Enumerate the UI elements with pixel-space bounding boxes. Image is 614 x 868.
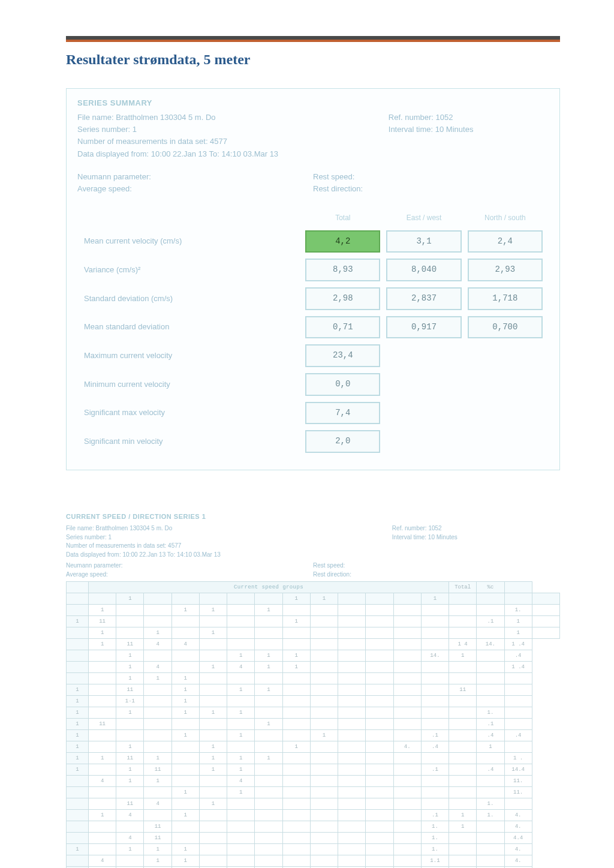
matrix-cell: 1 <box>282 616 310 627</box>
matrix-cell <box>477 684 504 696</box>
matrix-cell <box>282 810 310 821</box>
matrix-cell: 1 <box>199 662 227 673</box>
matrix-cell <box>282 707 310 719</box>
stats-row-label: Significant max velocity <box>83 402 299 425</box>
matrix-cell <box>144 605 171 616</box>
matrix-cell <box>366 627 393 639</box>
matrix-row: 1111.1 <box>67 719 560 730</box>
matrix-cell: 1 <box>227 764 255 776</box>
matrix-col-head <box>144 593 171 605</box>
matrix-cell <box>338 662 366 673</box>
matrix-cell <box>449 627 477 639</box>
matrix-cell <box>199 650 227 662</box>
matrix-cell <box>338 639 366 650</box>
matrix-cell: 11 <box>144 764 171 776</box>
matrix-col-head <box>338 593 366 605</box>
matrix-cell: 1 <box>227 730 255 741</box>
matrix-row: 111111111 . <box>67 753 560 764</box>
matrix-cell: 1 <box>67 696 89 707</box>
matrix-cell <box>171 821 199 833</box>
matrix-cell <box>116 627 144 639</box>
matrix-cell: 4 <box>116 833 144 844</box>
matrix-cell: 1 <box>199 627 227 639</box>
matrix-cell <box>310 684 338 696</box>
matrix-cell: 14. <box>477 639 504 650</box>
matrix-cell: 1 <box>67 764 89 776</box>
matrix-cell <box>504 741 532 753</box>
matrix-cell <box>366 605 393 616</box>
matrix-cell: 1 <box>67 753 89 764</box>
matrix-cell: .4 <box>477 764 504 776</box>
stats-cell <box>468 430 543 453</box>
matrix-cell <box>89 787 116 798</box>
matrix-cell <box>227 833 255 844</box>
matrix-row: 111.14. <box>67 821 560 833</box>
matrix-cell <box>227 844 255 855</box>
matrix-cell <box>116 855 144 867</box>
matrix-cell: 14.4 <box>504 764 532 776</box>
matrix-cell: 1 <box>477 741 504 753</box>
matrix-cell <box>338 684 366 696</box>
stats-cell <box>386 430 461 453</box>
stats-cell: 8,93 <box>305 259 380 281</box>
matrix-cell <box>366 764 393 776</box>
matrix-cell: 1 <box>255 753 282 764</box>
matrix-cell: 1 <box>504 627 532 639</box>
matrix-cell: 1 <box>116 650 144 662</box>
matrix-cell <box>67 787 89 798</box>
matrix-col-head <box>477 593 504 605</box>
matrix-cell: 1 <box>282 741 310 753</box>
matrix-cell <box>449 844 477 855</box>
matrix-cell <box>144 787 171 798</box>
matrix-cell <box>338 833 366 844</box>
matrix-cell <box>504 707 532 719</box>
matrix-cell: 1. <box>421 833 449 844</box>
matrix-cell: 1 <box>171 787 199 798</box>
matrix-cell <box>421 684 449 696</box>
matrix-row: 11111. <box>67 605 560 616</box>
matrix-row: 411411. <box>67 776 560 787</box>
matrix-cell <box>310 821 338 833</box>
matrix-cell <box>421 707 449 719</box>
matrix-cell: 1 <box>67 730 89 741</box>
matrix-cell <box>449 776 477 787</box>
stats-row-label: Standard deviation (cm/s) <box>83 287 299 310</box>
matrix-cell <box>255 833 282 844</box>
matrix-cell <box>227 605 255 616</box>
matrix-cell <box>67 650 89 662</box>
matrix-cell <box>116 730 144 741</box>
matrix-cell: 1 .4 <box>504 639 532 650</box>
matrix-cell: .1 <box>421 764 449 776</box>
matrix-cell <box>477 673 504 684</box>
matrix-cell <box>310 833 338 844</box>
matrix-cell <box>393 605 421 616</box>
matrix-cell: 1. <box>421 844 449 855</box>
matrix-cell <box>310 719 338 730</box>
matrix-cell <box>477 776 504 787</box>
matrix-rhead-pc: %c <box>477 582 504 593</box>
matrix-col-head <box>393 593 421 605</box>
matrix-col-head <box>449 593 477 605</box>
matrix-cell <box>449 741 477 753</box>
matrix-cell <box>282 764 310 776</box>
matrix-row: 111111.1.414.4 <box>67 764 560 776</box>
matrix-cell <box>282 605 310 616</box>
matrix-cell: 1 <box>116 844 144 855</box>
matrix-cell <box>67 810 89 821</box>
matrix-cell <box>116 787 144 798</box>
matrix-cell: 1 <box>144 855 171 867</box>
matrix-cell: 1 <box>255 650 282 662</box>
matrix-cell <box>282 684 310 696</box>
matrix-cell <box>338 673 366 684</box>
matrix-cell <box>144 684 171 696</box>
matrix-cell <box>310 798 338 810</box>
matrix-cell <box>477 696 504 707</box>
matrix-cell: 4 <box>89 776 116 787</box>
matrix-cell: 1 <box>116 776 144 787</box>
matrix-cell <box>338 650 366 662</box>
matrix-cell <box>171 833 199 844</box>
matrix-cell: 1 <box>144 776 171 787</box>
matrix-cell <box>421 616 449 627</box>
matrix-cell <box>67 798 89 810</box>
matrix-cell: 1 .4 <box>504 662 532 673</box>
